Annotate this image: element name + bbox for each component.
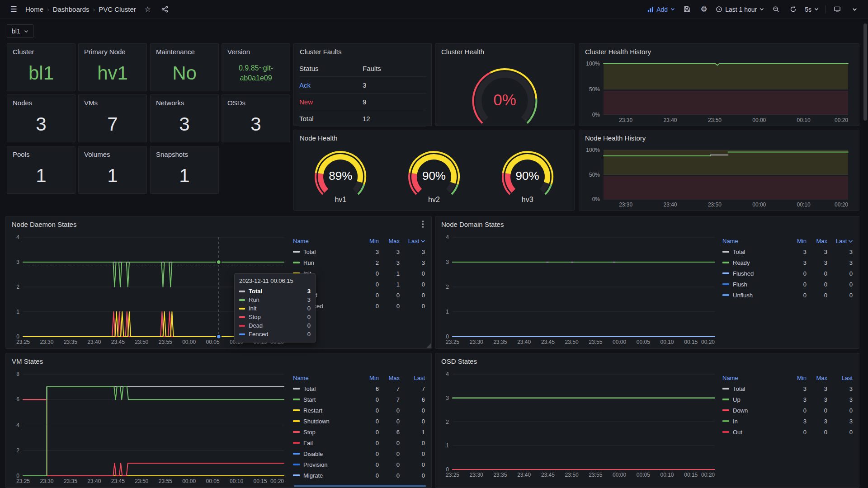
svg-text:00:10: 00:10 — [660, 339, 674, 345]
legend-row[interactable]: Down000 — [722, 405, 853, 416]
legend-row[interactable]: Total333 — [722, 383, 853, 394]
breadcrumb-dashboards[interactable]: Dashboards — [53, 5, 90, 13]
legend-header-max[interactable]: Max — [379, 375, 400, 381]
legend-header-max[interactable]: Max — [379, 238, 400, 244]
panel-cluster-health-history: Cluster Health History 0%50%100%23:3023:… — [579, 43, 859, 126]
legend-header-min[interactable]: Min — [786, 238, 807, 244]
time-series-chart[interactable]: 0123423:2523:3023:3523:4023:4523:5023:55… — [439, 370, 721, 479]
share-icon[interactable] — [160, 4, 170, 15]
legend-row[interactable]: Total333 — [293, 246, 425, 257]
legend-row[interactable]: Flushed000 — [722, 268, 853, 279]
panel-title: Cluster Health — [441, 48, 484, 56]
series-color-swatch — [239, 308, 245, 310]
scrollbar-thumb[interactable] — [863, 23, 867, 121]
svg-text:00:10: 00:10 — [797, 202, 811, 208]
table-row: Total 12 — [299, 110, 426, 127]
panel-title: Snapshots — [151, 146, 218, 158]
svg-text:23:40: 23:40 — [517, 339, 531, 345]
add-button[interactable]: Add — [647, 6, 675, 13]
cluster-health-gauge: 0% — [435, 59, 574, 126]
svg-text:0%: 0% — [592, 112, 600, 118]
svg-text:23:40: 23:40 — [517, 472, 531, 478]
collapse-toolbar-icon[interactable] — [849, 4, 860, 15]
stat-panel-pools: Pools 1 — [7, 146, 75, 194]
svg-text:50%: 50% — [589, 86, 600, 93]
legend-header: NameMinMaxLast — [293, 372, 425, 383]
legend-header-name[interactable]: Name — [722, 375, 786, 381]
legend-header-min[interactable]: Min — [358, 375, 379, 381]
fault-status-ack[interactable]: Ack — [299, 81, 363, 89]
series-color-swatch — [722, 294, 729, 296]
legend-row[interactable]: Fail000 — [293, 437, 425, 448]
toolbar-divider — [825, 5, 826, 14]
legend-row[interactable]: Up333 — [722, 394, 853, 405]
legend-row[interactable]: Stop061 — [293, 427, 425, 437]
legend-row[interactable]: Ready333 — [722, 257, 853, 268]
legend-scrollbar[interactable] — [294, 485, 426, 487]
series-color-swatch — [293, 420, 300, 422]
svg-text:23:50: 23:50 — [708, 117, 722, 123]
time-series-chart[interactable]: 0%50%100%23:3023:4023:5000:0000:1000:20 — [582, 59, 854, 125]
series-color-swatch — [722, 272, 729, 274]
legend-row[interactable]: Restart000 — [293, 405, 425, 416]
stat-value: hv1 — [79, 57, 146, 89]
legend-header-max[interactable]: Max — [807, 238, 827, 244]
svg-text:00:15: 00:15 — [254, 478, 267, 484]
legend-header-last[interactable]: Last — [400, 375, 425, 381]
menu-icon[interactable]: ☰ — [8, 4, 19, 15]
tv-mode-icon[interactable] — [832, 4, 843, 15]
svg-text:23:30: 23:30 — [40, 339, 53, 345]
legend-row[interactable]: Total677 — [293, 383, 425, 394]
legend-row[interactable]: Total333 — [722, 246, 853, 257]
svg-text:23:35: 23:35 — [493, 339, 507, 345]
refresh-interval-picker[interactable]: 5s — [805, 6, 819, 13]
breadcrumb-home[interactable]: Home — [25, 5, 43, 13]
legend-header-min[interactable]: Min — [786, 375, 807, 381]
panel-resize-handle[interactable] — [426, 343, 431, 348]
legend-row[interactable]: Migrate000 — [293, 470, 425, 481]
svg-text:23:25: 23:25 — [16, 478, 30, 484]
dashboard-settings-icon[interactable]: ⚙ — [698, 4, 709, 15]
variable-picker-bl1[interactable]: bl1 — [7, 24, 33, 38]
legend-row[interactable]: Unflush000 — [722, 290, 853, 300]
favorite-star-icon[interactable]: ☆ — [142, 4, 153, 15]
legend-header-last[interactable]: Last — [827, 375, 853, 381]
time-series-chart[interactable]: 0123423:2523:3023:3523:4023:4523:5023:55… — [439, 233, 721, 347]
legend-header-last[interactable]: Last — [400, 238, 425, 244]
time-range-picker[interactable]: Last 1 hour — [716, 6, 764, 13]
svg-text:1: 1 — [446, 442, 449, 449]
legend-row[interactable]: Provision000 — [293, 459, 425, 470]
series-color-swatch — [293, 453, 300, 455]
legend-header-last[interactable]: Last — [827, 238, 853, 244]
svg-text:6: 6 — [16, 396, 19, 403]
fault-status-new[interactable]: New — [299, 98, 363, 106]
save-dashboard-icon[interactable] — [681, 4, 692, 15]
page-scrollbar[interactable] — [863, 19, 868, 488]
legend-header-name[interactable]: Name — [293, 375, 358, 381]
time-series-chart[interactable]: 0246823:2523:3023:3523:4023:4523:5023:55… — [9, 370, 290, 486]
refresh-icon[interactable] — [788, 4, 798, 15]
time-series-chart[interactable]: 0%50%100%23:3023:4023:5000:0000:1000:20 — [582, 145, 854, 209]
legend-row[interactable]: Run233 — [293, 257, 425, 268]
svg-text:00:10: 00:10 — [797, 117, 811, 123]
legend-row[interactable]: Flush000 — [722, 279, 853, 290]
legend-header: NameMinMaxLast — [722, 235, 853, 246]
zoom-out-icon[interactable] — [770, 4, 781, 15]
legend-header-max[interactable]: Max — [807, 375, 827, 381]
legend-row[interactable]: Start076 — [293, 394, 425, 405]
legend-row[interactable]: Out000 — [722, 427, 853, 437]
series-color-swatch — [293, 464, 300, 465]
legend-row[interactable]: Disable000 — [293, 448, 425, 459]
svg-text:00:10: 00:10 — [230, 478, 243, 484]
gauge-arc — [304, 145, 377, 195]
legend-header-min[interactable]: Min — [358, 238, 379, 244]
chart-legend: NameMinMaxLast Total333Ready333Flushed00… — [722, 235, 853, 300]
legend-header-name[interactable]: Name — [722, 238, 786, 244]
panel-node-health: Node Health 89% hv1 90% hv2 90% — [293, 130, 575, 211]
legend-header-name[interactable]: Name — [293, 238, 358, 244]
legend-row[interactable]: Shutdown000 — [293, 416, 425, 427]
series-color-swatch — [239, 316, 245, 318]
series-color-swatch — [293, 251, 300, 253]
panel-menu-icon[interactable] — [420, 219, 426, 230]
legend-row[interactable]: In333 — [722, 416, 853, 427]
